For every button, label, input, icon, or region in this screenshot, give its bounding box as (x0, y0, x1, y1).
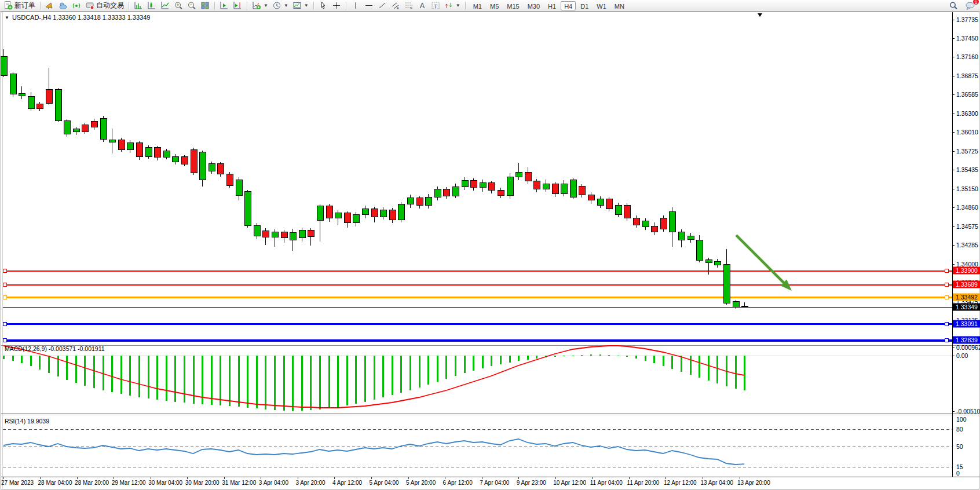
line-handle[interactable] (945, 269, 948, 273)
chart-symbol-title[interactable]: ▼ USDCAD-,H4 1.33360 1.33418 1.33333 1.3… (5, 14, 150, 21)
candle-body (10, 74, 16, 94)
price-tick-label: 1.36875 (956, 72, 978, 79)
line-handle[interactable] (3, 339, 6, 342)
bar-chart-button[interactable] (132, 1, 145, 11)
macd-histogram-bar (518, 356, 520, 361)
trendline-button[interactable] (376, 1, 389, 11)
candle-body (64, 120, 70, 134)
macd-histogram-bar (581, 355, 583, 356)
line-handle[interactable] (945, 339, 948, 342)
macd-histogram-bar (364, 356, 366, 402)
candle-body (741, 306, 748, 306)
rsi-level-label: 80 (956, 426, 963, 433)
chart-background[interactable] (0, 12, 980, 490)
chevron-down-icon: ▼ (304, 3, 309, 8)
toolbar-separator (40, 2, 41, 10)
search-button[interactable] (947, 1, 960, 11)
candlestick-chart-button[interactable] (145, 1, 158, 11)
macd-histogram-bar (563, 356, 565, 356)
candle-body (109, 140, 115, 142)
candle-body (254, 225, 260, 236)
macd-histogram-bar (617, 356, 619, 356)
candle-body (91, 122, 97, 127)
macd-tick-label: 0.00 (956, 352, 968, 359)
svg-text:A: A (420, 2, 425, 10)
templates-button[interactable]: ▼ (291, 1, 310, 11)
time-tick-label: 13 Apr 20:00 (737, 480, 770, 486)
zoom-in-button[interactable] (172, 1, 185, 11)
line-handle[interactable] (3, 296, 6, 299)
candle-body (507, 177, 513, 196)
macd-histogram-bar (319, 356, 321, 409)
text-label-button[interactable]: T (429, 1, 442, 11)
line-handle[interactable] (945, 296, 948, 299)
autotrading-button[interactable]: 自动交易 (83, 1, 126, 11)
toolbar-separator (465, 2, 466, 10)
candle-body (733, 301, 739, 307)
macd-histogram-bar (409, 356, 411, 390)
megaphone-button[interactable] (43, 1, 56, 11)
candle-body (462, 180, 468, 187)
macd-histogram-bar (328, 356, 330, 408)
line-handle[interactable] (945, 283, 948, 287)
macd-histogram-bar (437, 356, 438, 382)
candle-body (272, 232, 278, 237)
candle-body (262, 231, 269, 237)
timeframe-button-H4[interactable]: H4 (561, 1, 576, 10)
timeframe-button-M1[interactable]: M1 (470, 1, 485, 10)
zoom-out-icon (187, 1, 196, 10)
timeframe-button-M5[interactable]: M5 (487, 1, 502, 10)
line-chart-button[interactable] (159, 1, 171, 11)
tile-windows-button[interactable] (199, 1, 211, 11)
macd-histogram-bar (355, 356, 357, 404)
new-order-button[interactable]: 新订单 (2, 1, 37, 11)
indicators-button[interactable]: ▼ (250, 1, 270, 11)
candle-body (407, 198, 414, 204)
line-handle[interactable] (3, 269, 6, 273)
macd-histogram-bar (229, 356, 231, 406)
periods-button[interactable]: ▼ (270, 1, 290, 11)
timeframe-button-MN[interactable]: MN (611, 1, 628, 10)
candle-body (651, 226, 657, 232)
signals-icon (72, 1, 81, 10)
candle-body (163, 151, 170, 158)
macd-histogram-bar (708, 356, 710, 381)
auto-scroll-button[interactable] (218, 1, 231, 11)
line-handle[interactable] (945, 323, 948, 326)
crosshair-button[interactable] (330, 1, 343, 11)
price-tick-label: 1.36300 (956, 110, 978, 117)
chat-button[interactable]: 1 (963, 1, 976, 11)
candle-body (118, 140, 125, 149)
horizontal-line-button[interactable] (363, 1, 375, 11)
arrow-objects-button[interactable]: ▼ (443, 1, 462, 11)
candle-body (281, 232, 287, 238)
timeframe-button-M15[interactable]: M15 (503, 1, 522, 10)
candle-body (633, 218, 639, 225)
fibonacci-button[interactable]: F (403, 1, 415, 11)
toolbar-separator (129, 2, 129, 10)
timeframe-button-H1[interactable]: H1 (544, 1, 560, 10)
timeframe-button-M30[interactable]: M30 (524, 1, 543, 10)
price-line-label: 1.32839 (956, 337, 978, 343)
chevron-down-icon: ▼ (284, 3, 288, 8)
signals-button[interactable] (70, 1, 83, 11)
community-button[interactable] (57, 1, 70, 11)
line-handle[interactable] (3, 323, 6, 326)
line-handle[interactable] (3, 283, 6, 287)
channel-button[interactable]: E (389, 1, 402, 11)
timeframe-button-D1[interactable]: D1 (577, 1, 592, 10)
chart-canvas[interactable]: 1.377351.374501.371601.368751.365851.363… (0, 0, 980, 490)
new-order-label: 新订单 (14, 1, 35, 10)
rsi-label: RSI(14) 19.9039 (5, 418, 49, 425)
vertical-line-button[interactable] (349, 1, 362, 11)
cursor-button[interactable] (317, 1, 330, 11)
text-button[interactable]: A (416, 1, 429, 11)
chart-shift-button[interactable] (231, 1, 244, 11)
price-tick-label: 1.37735 (956, 16, 978, 23)
macd-histogram-bar (247, 356, 248, 408)
zoom-out-button[interactable] (185, 1, 198, 11)
candle-body (317, 206, 323, 220)
macd-histogram-bar (400, 356, 402, 393)
candle-body (579, 187, 585, 195)
timeframe-button-W1[interactable]: W1 (593, 1, 610, 10)
